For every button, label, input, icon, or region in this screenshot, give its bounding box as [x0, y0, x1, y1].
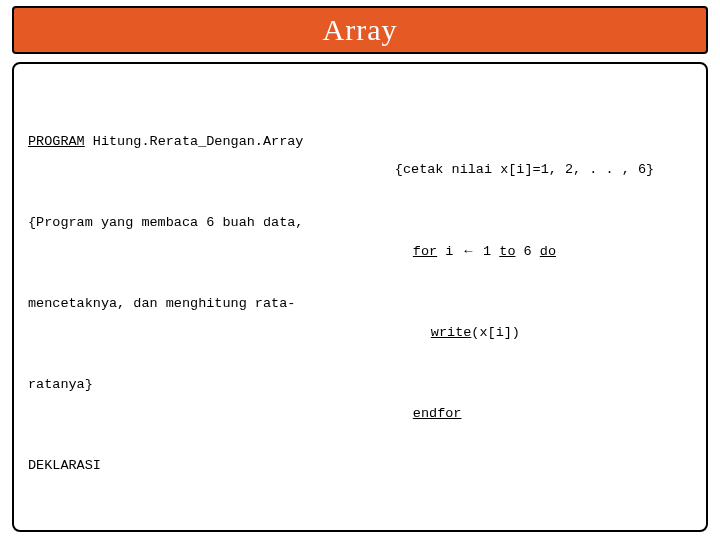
title-bar: Array	[12, 6, 708, 54]
keyword-write: write	[431, 325, 472, 340]
code-line: DEKLARASI	[28, 452, 377, 479]
left-column: PROGRAM Hitung.Rerata_Dengan.Array {Prog…	[28, 74, 377, 520]
slide: Array PROGRAM Hitung.Rerata_Dengan.Array…	[0, 0, 720, 540]
keyword-to: to	[499, 244, 515, 259]
code-line: for i ← 1 to 6 do	[395, 237, 692, 265]
content-box: PROGRAM Hitung.Rerata_Dengan.Array {Prog…	[12, 62, 708, 532]
keyword-do: do	[540, 244, 556, 259]
code-line: PROGRAM Hitung.Rerata_Dengan.Array	[28, 128, 377, 155]
blank-line	[395, 481, 692, 508]
text: 1	[475, 244, 499, 259]
code-line: mencetaknya, dan menghitung rata-	[28, 290, 377, 317]
slide-title: Array	[323, 13, 398, 47]
keyword-for: for	[413, 244, 437, 259]
text: Hitung.Rerata_Dengan.Array	[85, 134, 304, 149]
text: i	[437, 244, 461, 259]
code-line: endfor	[395, 400, 692, 427]
code-line: ratanya}	[28, 371, 377, 398]
right-column: {cetak nilai x[i]=1, 2, . . , 6} for i ←…	[395, 74, 692, 520]
text: (x[i])	[471, 325, 520, 340]
keyword-endfor: endfor	[413, 406, 462, 421]
code-line: x : array[1. . 6] of integer	[28, 533, 377, 540]
arrow-icon: ←	[461, 243, 475, 258]
text: 6	[515, 244, 539, 259]
code-line: write(x[i])	[395, 319, 692, 346]
code-line: {cetak nilai x[i]=1, 2, . . , 6}	[395, 156, 692, 183]
keyword-program: PROGRAM	[28, 134, 85, 149]
code-line: {Program yang membaca 6 buah data,	[28, 209, 377, 236]
